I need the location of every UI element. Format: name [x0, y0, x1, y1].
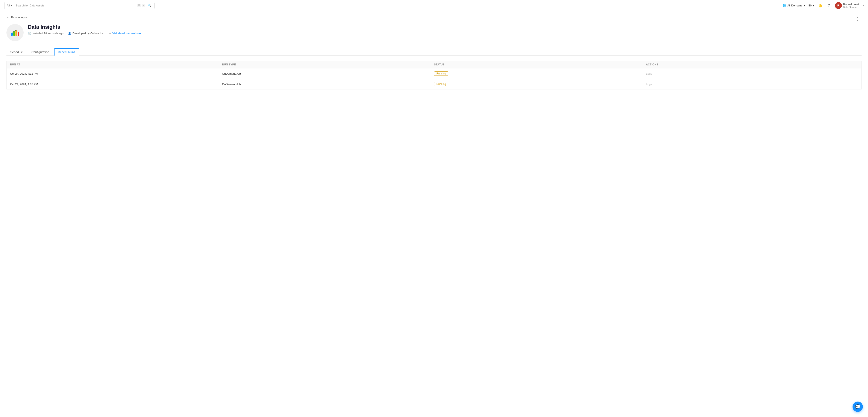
- svg-rect-1: [13, 31, 15, 36]
- chevron-down-icon: ▾: [863, 4, 864, 7]
- back-arrow-icon: ←: [6, 15, 9, 19]
- tab-configuration[interactable]: Configuration: [28, 48, 53, 56]
- top-navigation: All ▾ ⌘ K 🔍 🌐 All Domains ▾ EN ▾ 🔔 ? R R…: [0, 0, 868, 11]
- search-icon[interactable]: 🔍: [147, 3, 152, 8]
- domain-selector[interactable]: 🌐 All Domains ▾: [782, 4, 805, 7]
- app-meta: 🕐 Installed 18 seconds ago 👤 Developed b…: [28, 32, 141, 35]
- clock-icon: 🕐: [28, 32, 31, 35]
- page-content: ← Browse Apps ⋮ Data Insights: [0, 11, 868, 94]
- chevron-down-icon: ▾: [804, 4, 805, 7]
- shortcut-key1: ⌘: [137, 4, 141, 7]
- col-header-run-at: RUN AT: [10, 63, 222, 66]
- search-input[interactable]: [16, 4, 135, 7]
- domain-label: All Domains: [787, 4, 802, 7]
- cell-actions-2: Logs: [646, 83, 858, 86]
- globe-icon: 🌐: [782, 4, 786, 7]
- cell-run-type-1: OnDemandJob: [222, 72, 434, 75]
- tab-recent-runs[interactable]: Recent Runs: [54, 48, 79, 56]
- more-options-button[interactable]: ⋮: [854, 15, 862, 22]
- app-icon-container: [6, 24, 24, 41]
- visit-link-item[interactable]: ↗ Visit developer website: [108, 32, 141, 35]
- installed-time-item: 🕐 Installed 18 seconds ago: [28, 32, 64, 35]
- notifications-icon[interactable]: 🔔: [818, 3, 823, 8]
- user-info: Rounakpreet.d Data Steward: [843, 3, 861, 8]
- visit-developer-link[interactable]: Visit developer website: [112, 32, 141, 35]
- cell-status-1: Running: [434, 71, 646, 76]
- logs-link-1[interactable]: Logs: [646, 72, 652, 75]
- installed-time: Installed 18 seconds ago: [33, 32, 64, 35]
- svg-rect-2: [16, 30, 17, 36]
- app-header: Data Insights 🕐 Installed 18 seconds ago…: [6, 24, 862, 41]
- recent-runs-table: RUN AT RUN TYPE STATUS ACTIONS Oct 24, 2…: [6, 61, 862, 90]
- user-role: Data Steward: [843, 6, 861, 8]
- tab-schedule[interactable]: Schedule: [6, 48, 27, 56]
- help-icon[interactable]: ?: [826, 3, 832, 8]
- search-container: All ▾ ⌘ K 🔍: [4, 2, 155, 9]
- col-header-actions: ACTIONS: [646, 63, 858, 66]
- developer-item: 👤 Developed by Collate Inc.: [68, 32, 104, 35]
- svg-rect-0: [11, 33, 13, 36]
- breadcrumb-label: Browse Apps: [11, 15, 28, 19]
- col-header-run-type: RUN TYPE: [222, 63, 434, 66]
- chevron-down-icon: ▾: [813, 4, 814, 7]
- avatar: R: [835, 2, 842, 9]
- page-header-row: ← Browse Apps ⋮: [6, 15, 862, 24]
- status-badge-running-1: Running: [434, 71, 448, 76]
- tabs-container: Schedule Configuration Recent Runs: [6, 48, 862, 56]
- cell-actions-1: Logs: [646, 72, 858, 75]
- cell-run-at-1: Oct 24, 2024, 4:12 PM: [10, 72, 222, 75]
- svg-rect-3: [18, 32, 19, 36]
- status-badge-running-2: Running: [434, 82, 448, 86]
- col-header-status: STATUS: [434, 63, 646, 66]
- nav-right-section: 🌐 All Domains ▾ EN ▾ 🔔 ? R Rounakpreet.d…: [782, 2, 864, 9]
- table-header: RUN AT RUN TYPE STATUS ACTIONS: [6, 61, 862, 68]
- language-label: EN: [809, 4, 812, 7]
- cell-status-2: Running: [434, 82, 646, 86]
- search-all-label: All: [7, 4, 10, 7]
- cell-run-type-2: OnDemandJob: [222, 83, 434, 86]
- search-shortcut-hint: ⌘ K: [137, 4, 145, 7]
- app-icon: [10, 28, 20, 37]
- app-details: Data Insights 🕐 Installed 18 seconds ago…: [28, 24, 141, 35]
- user-dropdown[interactable]: R Rounakpreet.d Data Steward ▾: [835, 2, 864, 9]
- breadcrumb[interactable]: ← Browse Apps: [6, 15, 28, 19]
- app-title: Data Insights: [28, 24, 141, 30]
- language-selector[interactable]: EN ▾: [809, 4, 814, 7]
- table-row: Oct 24, 2024, 4:07 PM OnDemandJob Runnin…: [6, 79, 862, 90]
- logs-link-2[interactable]: Logs: [646, 83, 652, 86]
- shortcut-key2: K: [142, 4, 145, 7]
- user-name: Rounakpreet.d: [843, 3, 861, 6]
- cell-run-at-2: Oct 24, 2024, 4:07 PM: [10, 83, 222, 86]
- search-filter-dropdown[interactable]: All ▾: [7, 4, 14, 7]
- chevron-down-icon: ▾: [10, 4, 12, 7]
- developer-icon: 👤: [68, 32, 71, 35]
- external-link-icon: ↗: [108, 32, 111, 35]
- table-row: Oct 24, 2024, 4:12 PM OnDemandJob Runnin…: [6, 68, 862, 79]
- developer-label: Developed by Collate Inc.: [72, 32, 104, 35]
